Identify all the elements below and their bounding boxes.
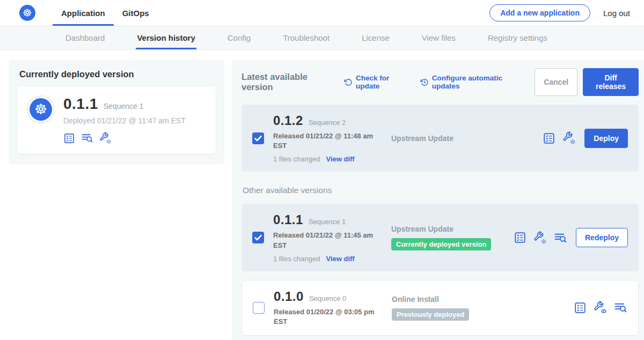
- main-content: Currently deployed version ☸ 0.1.1 Seque…: [0, 50, 644, 340]
- version-source: Upstream Update: [391, 134, 514, 143]
- view-diff-link[interactable]: View diff: [326, 155, 354, 163]
- currently-deployed-badge: Currently deployed version: [391, 238, 491, 250]
- files-changed-label: 1 files changed: [273, 155, 320, 163]
- header-actions: Cancel Diff releases: [535, 68, 639, 96]
- view-config-wrench-eye-icon[interactable]: [594, 301, 607, 314]
- add-new-application-button[interactable]: Add a new application: [489, 4, 590, 21]
- subtab-config[interactable]: Config: [226, 26, 252, 49]
- version-row-0-1-1: 0.1.1 Sequence 1 Released 01/21/22 @ 11:…: [241, 204, 639, 271]
- version-action-icons: [543, 131, 576, 145]
- sequence-label: Sequence 1: [309, 218, 346, 226]
- files-changed-label: 1 files changed: [273, 255, 320, 263]
- subtab-dashboard[interactable]: Dashboard: [64, 26, 106, 49]
- kubernetes-wheel-glyph: ☸: [34, 102, 47, 117]
- available-versions-panel: Latest available version Check for updat…: [232, 60, 644, 340]
- sequence-label: Sequence 0: [309, 294, 346, 302]
- top-tabs: Application GitOps: [53, 0, 158, 26]
- latest-available-title: Latest available version: [241, 72, 335, 92]
- version-action-icons: [514, 231, 567, 245]
- released-timestamp: Released 01/20/22 @ 03:05 pm EST: [274, 307, 377, 327]
- top-navigation: ☸ Application GitOps Add a new applicati…: [0, 0, 644, 26]
- clock-arrow-icon: [420, 78, 429, 87]
- logout-link[interactable]: Log out: [603, 9, 630, 18]
- deployed-timestamp: Deployed 01/21/22 @ 11:47 am EST: [63, 116, 186, 125]
- version-number: 0.1.2: [273, 113, 303, 128]
- subtab-license[interactable]: License: [361, 26, 391, 49]
- version-checkbox[interactable]: [252, 232, 264, 243]
- tab-application[interactable]: Application: [53, 0, 114, 26]
- redeploy-button[interactable]: Redeploy: [576, 228, 628, 247]
- version-row-0-1-2: 0.1.2 Sequence 2 Released 01/21/22 @ 11:…: [241, 105, 639, 172]
- version-info: 0.1.0 Sequence 0 Released 01/20/22 @ 03:…: [274, 289, 380, 327]
- version-number: 0.1.1: [273, 212, 303, 227]
- version-info: 0.1.2 Sequence 2 Released 01/21/22 @ 11:…: [273, 113, 379, 163]
- released-timestamp: Released 01/21/22 @ 11:45 am EST: [273, 231, 376, 250]
- released-timestamp: Released 01/21/22 @ 11:48 am EST: [273, 131, 376, 151]
- checkmark-icon: [252, 232, 264, 243]
- subtab-troubleshoot[interactable]: Troubleshoot: [282, 26, 331, 49]
- release-notes-magnifier-icon[interactable]: [614, 301, 627, 314]
- source-label: Upstream Update: [391, 225, 514, 233]
- deployed-actions: [63, 132, 186, 144]
- check-for-update-link[interactable]: Check for update: [344, 74, 411, 90]
- source-label: Online Install: [392, 295, 514, 304]
- kubernetes-wheel-glyph: ☸: [23, 8, 32, 18]
- version-number: 0.1.0: [274, 289, 304, 304]
- cancel-button[interactable]: Cancel: [535, 68, 577, 96]
- deployed-version-info: 0.1.1 Sequence 1 Deployed 01/21/22 @ 11:…: [63, 95, 186, 144]
- version-source: Upstream Update Currently deployed versi…: [391, 225, 514, 250]
- top-nav-right: Add a new application Log out: [489, 4, 630, 21]
- deployed-version-card: ☸ 0.1.1 Sequence 1 Deployed 01/21/22 @ 1…: [17, 87, 216, 154]
- edit-config-wrench-gear-icon[interactable]: [99, 132, 112, 144]
- version-source: Online Install Previously deployed: [392, 295, 514, 321]
- subtab-version-history[interactable]: Version history: [136, 26, 196, 49]
- release-notes-magnifier-icon[interactable]: [81, 132, 93, 144]
- other-available-versions-title: Other available versions: [243, 186, 638, 195]
- deploy-button[interactable]: Deploy: [584, 129, 628, 148]
- kubernetes-app-icon: ☸: [30, 98, 52, 121]
- refresh-ccw-icon: [344, 78, 353, 87]
- app-sub-navigation: Dashboard Version history Config Trouble…: [0, 26, 644, 50]
- sequence-label: Sequence 2: [309, 119, 346, 127]
- configure-automatic-updates-link[interactable]: Configure automatic updates: [420, 74, 525, 90]
- source-label: Upstream Update: [391, 134, 514, 143]
- subtab-view-files[interactable]: View files: [421, 26, 457, 49]
- version-checkbox[interactable]: [253, 302, 265, 314]
- diff-releases-button[interactable]: Diff releases: [583, 68, 639, 96]
- subtab-registry-settings[interactable]: Registry settings: [487, 26, 548, 49]
- version-checkbox[interactable]: [252, 132, 264, 144]
- checkmark-icon: [252, 132, 264, 144]
- version-action-icons: [574, 301, 627, 314]
- app-logo-ring: ☸: [27, 95, 55, 123]
- version-row-0-1-0: 0.1.0 Sequence 0 Released 01/20/22 @ 03:…: [241, 280, 639, 336]
- preflight-checklist-icon[interactable]: [543, 132, 555, 145]
- configure-automatic-updates-label: Configure automatic updates: [432, 74, 525, 90]
- check-for-update-label: Check for update: [356, 74, 411, 90]
- version-info: 0.1.1 Sequence 1 Released 01/21/22 @ 11:…: [273, 212, 379, 262]
- preflight-checklist-icon[interactable]: [63, 132, 75, 144]
- preflight-checklist-icon[interactable]: [514, 231, 526, 244]
- kubernetes-logo-icon: ☸: [19, 5, 35, 21]
- deployed-sequence-label: Sequence 1: [104, 102, 144, 110]
- previously-deployed-badge: Previously deployed: [392, 308, 469, 321]
- latest-available-header: Latest available version Check for updat…: [241, 68, 639, 96]
- currently-deployed-title: Currently deployed version: [19, 69, 216, 79]
- deployed-version-number: 0.1.1: [63, 95, 98, 113]
- edit-config-wrench-gear-icon[interactable]: [533, 231, 547, 245]
- view-diff-link[interactable]: View diff: [326, 255, 354, 263]
- release-notes-magnifier-icon[interactable]: [554, 231, 567, 245]
- tab-gitops[interactable]: GitOps: [114, 0, 158, 26]
- preflight-checklist-icon[interactable]: [574, 301, 587, 314]
- edit-config-wrench-gear-icon[interactable]: [562, 131, 576, 145]
- currently-deployed-card: Currently deployed version ☸ 0.1.1 Seque…: [9, 60, 224, 165]
